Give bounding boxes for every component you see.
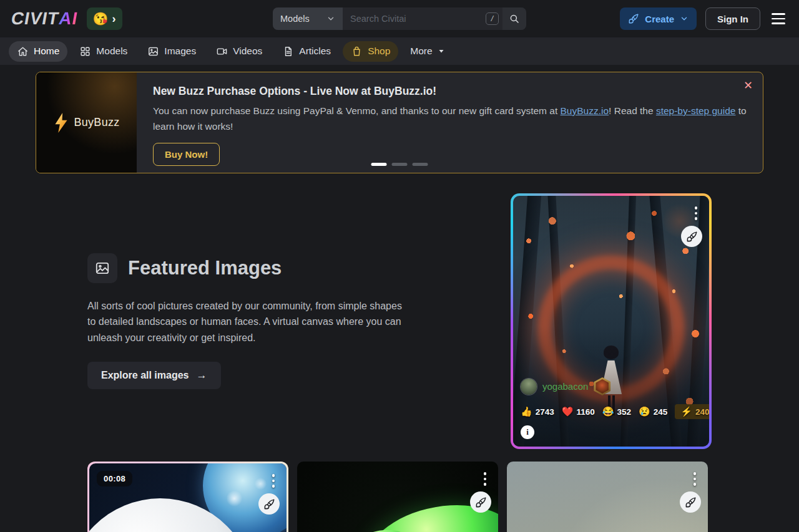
remix-brush-button[interactable]: [470, 491, 491, 513]
kiss-emoji-icon: 😘: [93, 12, 109, 25]
nav-home[interactable]: Home: [9, 41, 67, 62]
brush-icon: [475, 496, 487, 508]
search-input[interactable]: [343, 7, 486, 30]
shopping-bag-icon: [351, 46, 363, 57]
carousel-dot[interactable]: [392, 163, 408, 166]
caret-down-icon: [438, 47, 445, 55]
more-options-icon[interactable]: [692, 204, 700, 223]
nav-images[interactable]: Images: [139, 41, 204, 62]
nav-shop[interactable]: Shop: [343, 41, 398, 62]
menu-icon: [772, 13, 785, 15]
remix-brush-button[interactable]: [681, 226, 702, 247]
arrow-right-icon: →: [197, 369, 207, 382]
lightning-bolt-icon: [53, 112, 69, 133]
banner-title: New Buzz Purchase Options - Live Now at …: [153, 85, 747, 98]
buybuzz-link[interactable]: BuyBuzz.io: [561, 105, 609, 116]
username-link[interactable]: yogabacon: [542, 381, 588, 392]
image-card-snake[interactable]: [297, 462, 498, 532]
laugh-reaction-button[interactable]: 😂352: [602, 406, 631, 417]
banner-content: New Buzz Purchase Options - Live Now at …: [137, 72, 763, 173]
topbar-actions: Create Sign In: [620, 7, 788, 30]
section-description: All sorts of cool pictures created by ou…: [87, 298, 404, 346]
featured-section-info: Featured Images All sorts of cool pictur…: [87, 253, 502, 389]
cry-emoji-icon: 😢: [639, 406, 650, 417]
buybuzz-artwork: BuyBuzz: [36, 72, 137, 173]
nav-more[interactable]: More: [402, 41, 453, 61]
chevron-right-icon: ›: [112, 13, 116, 24]
buybuzz-brand: BuyBuzz: [74, 116, 119, 129]
sky-image: [507, 462, 708, 532]
more-options-icon[interactable]: [481, 470, 489, 488]
snake-image: [297, 462, 498, 532]
article-icon: [282, 46, 294, 57]
top-navbar: CIVITAI 😘 › Models / Create Sign In: [0, 0, 799, 37]
heart-reaction-button[interactable]: ❤️1160: [562, 406, 595, 417]
more-options-icon[interactable]: [270, 472, 278, 490]
info-icon[interactable]: i: [521, 425, 534, 439]
create-label: Create: [645, 14, 674, 24]
creator-row: yogabacon: [521, 377, 610, 395]
home-icon: [17, 46, 29, 57]
nav-models[interactable]: Models: [71, 41, 135, 62]
banner-text: You can now purchase Buzz using PayPal &…: [153, 104, 747, 135]
avatar[interactable]: [521, 379, 537, 395]
nav-articles[interactable]: Articles: [274, 41, 339, 62]
guide-link[interactable]: step-by-step guide: [656, 105, 736, 116]
user-badge-icon: [594, 377, 610, 395]
chevron-down-icon: [326, 14, 335, 23]
search-button[interactable]: [502, 7, 526, 30]
carousel-dot[interactable]: [413, 163, 428, 166]
main-content: Featured Images All sorts of cool pictur…: [87, 193, 712, 532]
brush-icon: [686, 231, 698, 243]
image-card-sky[interactable]: [507, 462, 708, 532]
search-icon: [509, 13, 520, 24]
buzz-tip-button[interactable]: ⚡240: [675, 404, 709, 419]
brush-icon: [685, 496, 697, 508]
slash-shortcut-badge: /: [486, 12, 499, 25]
close-icon[interactable]: ✕: [741, 77, 755, 94]
photo-icon: [147, 46, 159, 57]
search-bar: Models /: [273, 7, 526, 30]
remix-brush-button[interactable]: [258, 493, 280, 515]
video-duration-badge: 00:08: [97, 471, 132, 486]
announcement-banner: BuyBuzz New Buzz Purchase Options - Live…: [36, 72, 763, 173]
carousel-indicators: [371, 163, 428, 166]
logo-text: CIVIT: [9, 9, 61, 29]
create-button[interactable]: Create: [620, 7, 697, 30]
brush-icon: [263, 498, 275, 510]
menu-button[interactable]: [769, 9, 788, 28]
main-nav: Home Models Images Videos Articles Shop …: [0, 37, 799, 65]
laugh-emoji-icon: 😂: [602, 406, 614, 417]
civitai-logo[interactable]: CIVITAI: [9, 9, 79, 29]
explore-all-images-button[interactable]: Explore all images →: [87, 362, 221, 389]
photo-icon: [87, 253, 117, 283]
image-card-video[interactable]: 00:08: [87, 462, 288, 532]
featured-image-card[interactable]: yogabacon 👍2743 ❤️1160 😂352 😢245 ⚡240 i: [511, 193, 712, 449]
like-reaction-button[interactable]: 👍2743: [521, 406, 554, 417]
chevron-down-icon: [680, 14, 689, 23]
grid-icon: [79, 46, 91, 57]
more-options-icon[interactable]: [691, 470, 699, 488]
event-emoji-badge[interactable]: 😘 ›: [87, 7, 122, 30]
heart-icon: ❤️: [562, 406, 574, 417]
thumbs-up-icon: 👍: [521, 406, 532, 417]
image-cards-row: 00:08: [87, 462, 712, 532]
cry-reaction-button[interactable]: 😢245: [639, 406, 667, 417]
remix-brush-button[interactable]: [680, 491, 701, 513]
sign-in-button[interactable]: Sign In: [705, 7, 760, 30]
search-category-dropdown[interactable]: Models: [273, 7, 343, 30]
carousel-dot-active[interactable]: [371, 163, 387, 166]
lightning-bolt-icon: ⚡: [680, 406, 692, 417]
search-category-value: Models: [280, 14, 310, 24]
brush-icon: [628, 13, 639, 24]
buy-now-button[interactable]: Buy Now!: [153, 143, 220, 166]
nav-videos[interactable]: Videos: [208, 41, 270, 62]
logo-ai-text: AI: [57, 9, 80, 29]
featured-images-section: Featured Images All sorts of cool pictur…: [87, 193, 712, 449]
section-title: Featured Images: [128, 257, 282, 279]
video-icon: [216, 46, 228, 57]
reactions-bar: 👍2743 ❤️1160 😂352 😢245 ⚡240: [521, 404, 709, 419]
